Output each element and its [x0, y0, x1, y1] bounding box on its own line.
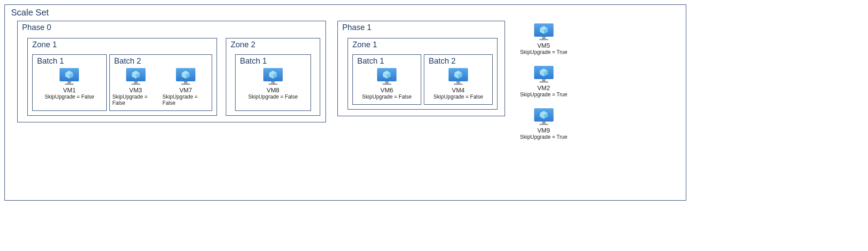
phase0-zone2: Zone 2 Batch 1 VM8 SkipUpgrade = False	[226, 38, 320, 116]
phase0-zone2-batch1: Batch 1 VM8 SkipUpgrade = False	[235, 54, 311, 111]
vm-icon	[125, 67, 146, 86]
vm-skip: SkipUpgrade = False	[434, 94, 483, 100]
batch-title: Batch 1	[240, 57, 267, 66]
phase-0: Phase 0 Zone 1 Batch 1 VM1 SkipUpgrade =…	[17, 21, 326, 122]
vm-icon	[533, 65, 554, 84]
phase1-zone1-batch2: Batch 2 VM4 SkipUpgrade = False	[424, 54, 493, 105]
batch-title: Batch 2	[114, 57, 141, 66]
vm-skip: SkipUpgrade = False	[45, 94, 94, 100]
vm-icon	[376, 67, 397, 86]
vm-skip: SkipUpgrade = True	[520, 49, 567, 55]
vm-name: VM1	[63, 87, 76, 94]
scale-set-title: Scale Set	[11, 8, 49, 18]
vm-node: VM3 SkipUpgrade = False	[112, 67, 159, 106]
vm-node: VM9 SkipUpgrade = True	[520, 107, 567, 140]
vm-icon	[533, 107, 554, 126]
vm-name: VM9	[537, 127, 550, 134]
vm-skip: SkipUpgrade = False	[112, 94, 159, 106]
vm-name: VM2	[537, 84, 550, 91]
vm-skip: SkipUpgrade = True	[520, 91, 567, 98]
phase0-zone1: Zone 1 Batch 1 VM1 SkipUpgrade = False B…	[27, 38, 217, 116]
vm-node: VM6 SkipUpgrade = False	[362, 67, 412, 100]
vm-name: VM7	[180, 87, 192, 94]
vm-skip: SkipUpgrade = False	[162, 94, 209, 106]
vm-icon	[59, 67, 80, 86]
phase0-zone2-title: Zone 2	[231, 40, 255, 49]
vm-icon	[262, 67, 284, 86]
vm-name: VM5	[537, 42, 550, 49]
vm-node: VM2 SkipUpgrade = True	[520, 65, 567, 98]
vm-name: VM6	[381, 87, 393, 94]
vm-icon	[533, 23, 554, 41]
phase-1-title: Phase 1	[342, 23, 371, 32]
batch-title: Batch 2	[429, 57, 456, 66]
vm-skip: SkipUpgrade = False	[362, 94, 412, 100]
skipped-vms: VM5 SkipUpgrade = True VM2 SkipUpgrade =…	[520, 21, 567, 140]
vm-skip: SkipUpgrade = False	[248, 94, 298, 100]
vm-node: VM8 SkipUpgrade = False	[248, 67, 298, 106]
vm-node: VM4 SkipUpgrade = False	[434, 67, 483, 100]
vm-node: VM7 SkipUpgrade = False	[162, 67, 209, 106]
vm-name: VM3	[129, 87, 142, 94]
vm-name: VM4	[452, 87, 465, 94]
vm-icon	[448, 67, 469, 86]
phase1-zone1-batch1: Batch 1 VM6 SkipUpgrade = False	[352, 54, 421, 105]
batch-title: Batch 1	[37, 57, 64, 66]
phase-1: Phase 1 Zone 1 Batch 1 VM6 SkipUpgrade =…	[337, 21, 505, 116]
vm-node: VM1 SkipUpgrade = False	[45, 67, 94, 106]
vm-node: VM5 SkipUpgrade = True	[520, 23, 567, 55]
phase1-zone1: Zone 1 Batch 1 VM6 SkipUpgrade = False B…	[348, 38, 498, 110]
vm-icon	[175, 67, 196, 86]
phase0-zone1-title: Zone 1	[32, 40, 57, 49]
phase1-zone1-title: Zone 1	[352, 40, 377, 49]
phase0-zone1-batch2: Batch 2 VM3 SkipUpgrade = False VM7 Skip…	[109, 54, 212, 111]
vm-skip: SkipUpgrade = True	[520, 134, 567, 140]
phase0-zone1-batch1: Batch 1 VM1 SkipUpgrade = False	[32, 54, 107, 111]
scale-set-container: Scale Set Phase 0 Zone 1 Batch 1 VM1 Ski…	[4, 4, 686, 201]
phase-0-title: Phase 0	[22, 23, 51, 32]
batch-title: Batch 1	[357, 57, 384, 66]
vm-name: VM8	[267, 87, 280, 94]
